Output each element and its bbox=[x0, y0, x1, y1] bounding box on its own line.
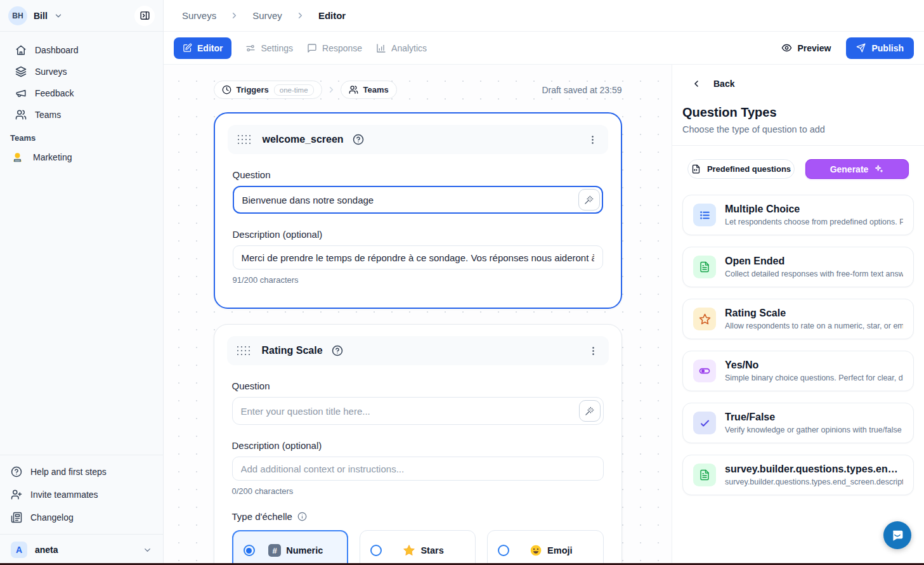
type-card-end-screen[interactable]: survey.builder.questions.types.end_scr..… bbox=[682, 455, 914, 495]
workspace-switcher[interactable]: A aneta bbox=[0, 534, 163, 565]
breadcrumb-editor: Editor bbox=[318, 10, 346, 21]
back-label: Back bbox=[713, 79, 734, 89]
scale-option-numeric[interactable]: # Numeric bbox=[232, 530, 348, 565]
users-icon bbox=[15, 109, 27, 120]
tab-settings[interactable]: Settings bbox=[245, 43, 293, 53]
ai-rewrite-button[interactable] bbox=[578, 189, 600, 211]
question-label: Question bbox=[233, 169, 603, 180]
breadcrumb-surveys[interactable]: Surveys bbox=[182, 10, 216, 21]
list-icon bbox=[693, 204, 716, 226]
panel-subtitle: Choose the type of question to add bbox=[682, 124, 914, 134]
preview-label: Preview bbox=[798, 43, 831, 53]
predefined-questions-button[interactable]: Predefined questions bbox=[687, 159, 795, 179]
question-description-input[interactable] bbox=[233, 245, 603, 270]
chevron-right-icon bbox=[230, 11, 239, 20]
message-icon bbox=[307, 43, 317, 53]
ai-rewrite-button[interactable] bbox=[579, 400, 601, 422]
numeric-keycap-icon: # bbox=[268, 544, 281, 557]
question-title-input[interactable] bbox=[232, 397, 604, 425]
type-card-open-ended[interactable]: Open Ended Collect detailed responses wi… bbox=[682, 247, 914, 287]
check-icon bbox=[693, 412, 716, 434]
canvas-header: Triggers one-time Teams Draft saved at 2… bbox=[214, 81, 622, 99]
question-card-rating[interactable]: Rating Scale Question bbox=[214, 324, 622, 565]
sidebar-item-label: Surveys bbox=[35, 67, 67, 77]
sidebar-user-row[interactable]: BH Bill bbox=[0, 0, 163, 32]
type-title: Rating Scale bbox=[725, 308, 903, 319]
breadcrumb: Surveys Survey Editor bbox=[164, 0, 924, 32]
breadcrumb-survey[interactable]: Survey bbox=[252, 10, 282, 21]
chevron-right-icon bbox=[327, 85, 336, 94]
card-header: welcome_screen bbox=[228, 125, 608, 154]
scale-type-options: # Numeric Stars bbox=[232, 530, 604, 565]
help-circle-icon[interactable] bbox=[332, 345, 343, 356]
sidebar-team-marketing[interactable]: Marketing bbox=[0, 146, 163, 168]
card-title: welcome_screen bbox=[263, 134, 344, 145]
workspace-name: aneta bbox=[35, 545, 58, 555]
home-icon bbox=[15, 44, 27, 56]
predefined-label: Predefined questions bbox=[707, 164, 791, 174]
radio-unselected[interactable] bbox=[498, 545, 509, 556]
preview-button[interactable]: Preview bbox=[781, 42, 831, 53]
editor-toolbar: Editor Settings Response Analytics Previ… bbox=[164, 32, 924, 65]
collapse-sidebar-button[interactable] bbox=[134, 6, 155, 26]
type-card-true-false[interactable]: True/False Verify knowledge or gather op… bbox=[682, 403, 914, 443]
sidebar-item-label: Changelog bbox=[30, 512, 74, 523]
sidebar-item-invite[interactable]: Invite teammates bbox=[0, 483, 163, 506]
help-circle-icon[interactable] bbox=[353, 134, 364, 145]
chevron-down-icon bbox=[54, 11, 63, 20]
char-count: 0/200 characters bbox=[232, 486, 604, 496]
question-card-welcome[interactable]: welcome_screen Question bbox=[214, 112, 622, 309]
trigger-type-badge: one-time bbox=[274, 84, 314, 96]
megaphone-icon bbox=[15, 88, 27, 99]
help-circle-icon bbox=[11, 466, 22, 477]
scale-option-stars[interactable]: Stars bbox=[360, 530, 476, 565]
kebab-menu-icon[interactable] bbox=[587, 134, 598, 145]
sidebar-item-feedback[interactable]: Feedback bbox=[0, 82, 163, 104]
chat-widget-button[interactable] bbox=[883, 521, 911, 549]
back-button[interactable]: Back bbox=[682, 79, 914, 89]
type-card-multiple-choice[interactable]: Multiple Choice Let respondents choose f… bbox=[682, 195, 914, 235]
sidebar: BH Bill Dashboard Surveys Feedback bbox=[0, 0, 164, 565]
sidebar-item-label: Feedback bbox=[35, 88, 74, 98]
sidebar-item-label: Teams bbox=[35, 110, 61, 120]
scale-option-emoji[interactable]: Emoji bbox=[487, 530, 603, 565]
teams-chip[interactable]: Teams bbox=[341, 81, 397, 99]
type-card-yes-no[interactable]: Yes/No Simple binary choice questions. P… bbox=[682, 351, 914, 391]
radio-unselected[interactable] bbox=[370, 545, 382, 556]
tab-response[interactable]: Response bbox=[307, 43, 362, 53]
sidebar-item-teams[interactable]: Teams bbox=[0, 104, 163, 126]
question-type-list: Multiple Choice Let respondents choose f… bbox=[682, 195, 914, 495]
sidebar-nav: Dashboard Surveys Feedback Teams Teams M… bbox=[0, 32, 163, 168]
question-title-input[interactable] bbox=[233, 186, 603, 214]
drag-handle-icon[interactable] bbox=[237, 346, 251, 356]
type-title: Yes/No bbox=[725, 360, 903, 371]
panel-right-icon bbox=[140, 10, 150, 21]
sidebar-item-help[interactable]: Help and first steps bbox=[0, 460, 163, 483]
question-description-input[interactable] bbox=[232, 457, 604, 481]
users-icon bbox=[349, 85, 358, 94]
toggle-icon bbox=[693, 360, 716, 382]
radio-selected[interactable] bbox=[244, 545, 255, 556]
sidebar-item-changelog[interactable]: Changelog bbox=[0, 506, 163, 529]
star-emoji-icon bbox=[403, 544, 415, 557]
drag-handle-icon[interactable] bbox=[238, 135, 251, 145]
tab-editor[interactable]: Editor bbox=[174, 37, 231, 59]
triggers-chip[interactable]: Triggers one-time bbox=[214, 81, 322, 99]
kebab-menu-icon[interactable] bbox=[588, 346, 599, 356]
publish-button[interactable]: Publish bbox=[846, 37, 914, 59]
sidebar-item-dashboard[interactable]: Dashboard bbox=[0, 39, 163, 61]
user-name: Bill bbox=[34, 11, 48, 21]
type-description: Verify knowledge or gather opinions with… bbox=[725, 425, 903, 434]
description-label: Description (optional) bbox=[232, 440, 604, 451]
tab-label: Analytics bbox=[391, 43, 427, 53]
app-root: BH Bill Dashboard Surveys Feedback bbox=[0, 0, 924, 565]
sidebar-item-surveys[interactable]: Surveys bbox=[0, 61, 163, 82]
generate-button[interactable]: Generate bbox=[805, 159, 909, 179]
type-card-rating-scale[interactable]: Rating Scale Allow respondents to rate o… bbox=[682, 299, 914, 339]
avatar: BH bbox=[8, 6, 27, 25]
draft-status: Draft saved at 23:59 bbox=[542, 85, 621, 95]
scale-type-label: Type d'échelle bbox=[232, 511, 604, 522]
info-icon[interactable] bbox=[297, 512, 307, 521]
sidebar-item-label: Dashboard bbox=[35, 45, 79, 55]
tab-analytics[interactable]: Analytics bbox=[376, 43, 427, 53]
